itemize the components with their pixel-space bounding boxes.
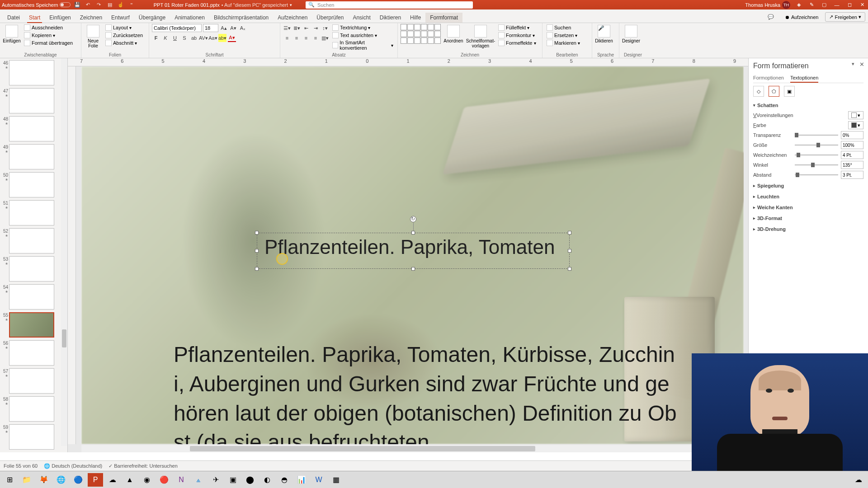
resize-handle[interactable] xyxy=(568,249,571,253)
body-text[interactable]: Pflanzenteilen. Paprika, Tomaten, Kürbis… xyxy=(174,340,680,444)
touch-icon[interactable]: ☝ xyxy=(117,1,125,9)
app5-icon[interactable]: ◐ xyxy=(259,473,275,487)
highlight-icon[interactable]: ab▾ xyxy=(218,34,226,42)
shadow-icon[interactable]: ab xyxy=(190,34,198,42)
newslide-button[interactable]: Neue Folie xyxy=(84,24,102,48)
tab-ansicht[interactable]: Ansicht xyxy=(348,13,375,23)
title-text[interactable]: Pflanzenteilen. Paprika, Tomaten xyxy=(257,233,569,261)
tab-formformat[interactable]: Formformat xyxy=(425,13,462,23)
slide-thumb-49[interactable]: 49★ xyxy=(1,144,66,169)
replace-button[interactable]: Ersetzen ▾ xyxy=(545,32,581,39)
obs-icon[interactable]: ⬤ xyxy=(242,473,258,487)
app-icon[interactable]: ☁ xyxy=(105,473,120,487)
shapes-gallery[interactable] xyxy=(401,24,441,44)
tab-uebergaenge[interactable]: Übergänge xyxy=(134,13,170,23)
shrinkfont-icon[interactable]: A▾ xyxy=(229,24,237,32)
qat-more-icon[interactable]: ⁼ xyxy=(127,1,136,9)
cut-button[interactable]: Ausschneiden xyxy=(23,24,74,31)
section-button[interactable]: Abschnitt ▾ xyxy=(104,39,144,47)
fontname-combo[interactable]: Calibri (Textkörper) xyxy=(152,24,202,32)
select-button[interactable]: Markieren ▾ xyxy=(545,39,581,47)
fontcolor-icon[interactable]: A▾ xyxy=(228,34,236,42)
section-3ddrehung[interactable]: ▸3D-Drehung xyxy=(753,225,863,233)
indent-icon[interactable]: ⇥ xyxy=(311,24,320,32)
slide-thumb-46[interactable]: 46★ xyxy=(1,60,66,85)
slide-counter[interactable]: Folie 55 von 60 xyxy=(4,463,38,469)
app2-icon[interactable]: ◉ xyxy=(139,473,155,487)
word-icon[interactable]: W xyxy=(311,473,326,487)
outline-button[interactable]: Formkontur ▾ xyxy=(497,32,538,39)
tab-animationen[interactable]: Animationen xyxy=(170,13,209,23)
formatpainter-button[interactable]: Format übertragen xyxy=(23,39,74,47)
paste-button[interactable]: Einfügen xyxy=(3,24,21,43)
pane-options-icon[interactable]: ▾ xyxy=(852,61,854,67)
slide-thumb-58[interactable]: 58★ xyxy=(1,396,66,422)
tab-formoptionen[interactable]: Formoptionen xyxy=(753,74,784,83)
tab-entwurf[interactable]: Entwurf xyxy=(107,13,134,23)
tab-zeichnen[interactable]: Zeichnen xyxy=(75,13,107,23)
arrange-button[interactable]: Anordnen xyxy=(443,24,464,43)
strike-icon[interactable]: S xyxy=(180,34,189,42)
slide-thumb-53[interactable]: 53★ xyxy=(1,256,66,282)
underline-icon[interactable]: U xyxy=(171,34,179,42)
resize-handle[interactable] xyxy=(255,249,259,253)
spacing-icon[interactable]: AV▾ xyxy=(199,34,208,42)
diamond-icon[interactable]: ◈ xyxy=(795,1,803,9)
powerpoint-icon[interactable]: P xyxy=(88,473,103,487)
distance-value[interactable]: 3 Pt. xyxy=(841,171,863,179)
find-button[interactable]: Suchen xyxy=(545,24,581,31)
resize-handle[interactable] xyxy=(255,267,259,271)
user-account[interactable]: Thomas Hruska TH xyxy=(745,1,790,9)
growfont-icon[interactable]: A▴ xyxy=(220,24,228,32)
textdirection-button[interactable]: Textrichtung ▾ xyxy=(331,24,395,31)
presets-dropdown[interactable]: ▾ xyxy=(848,111,863,119)
record-button[interactable]: ⏺ Aufzeichnen xyxy=(781,13,823,22)
transparency-slider[interactable] xyxy=(795,132,838,138)
tab-ueberpruefen[interactable]: Überprüfen xyxy=(312,13,348,23)
reset-button[interactable]: Zurücksetzen xyxy=(104,32,144,39)
pane-close-icon[interactable]: ✕ xyxy=(859,61,864,68)
textalign-button[interactable]: Text ausrichten ▾ xyxy=(331,32,395,39)
app4-icon[interactable]: ▣ xyxy=(225,473,241,487)
autosave-toggle[interactable]: Automatisches Speichern xyxy=(2,2,71,8)
accessibility-status[interactable]: ✓ Barrierefreiheit: Untersuchen xyxy=(108,463,178,469)
explorer-icon[interactable]: 📁 xyxy=(19,473,34,487)
shadow-color-dropdown[interactable]: ▾ xyxy=(848,121,863,129)
angle-slider[interactable] xyxy=(795,162,838,168)
onenote-icon[interactable]: N xyxy=(174,473,189,487)
layout-tab-icon[interactable]: ▣ xyxy=(784,86,795,97)
italic-icon[interactable]: K xyxy=(161,34,170,42)
slide-thumb-48[interactable]: 48★ xyxy=(1,116,66,141)
blur-value[interactable]: 4 Pt. xyxy=(841,151,863,159)
designer-button[interactable]: Designer xyxy=(622,24,640,43)
tab-einfuegen[interactable]: Einfügen xyxy=(45,13,75,23)
copy-button[interactable]: Kopieren ▾ xyxy=(23,32,74,39)
clearformat-icon[interactable]: Aₓ xyxy=(239,24,247,32)
effects-button[interactable]: Formeffekte ▾ xyxy=(497,39,538,47)
slide-thumb-51[interactable]: 51★ xyxy=(1,200,66,225)
linespacing-icon[interactable]: ↕▾ xyxy=(321,24,329,32)
pen-icon[interactable]: ✎ xyxy=(807,1,816,9)
columns-icon[interactable]: ▥▾ xyxy=(321,34,329,42)
app6-icon[interactable]: ◓ xyxy=(277,473,292,487)
quickstyles-button[interactable]: Schnellformat- vorlagen xyxy=(466,24,495,48)
size-value[interactable]: 100% xyxy=(841,141,863,149)
app3-icon[interactable]: 🔴 xyxy=(156,473,172,487)
numbers-icon[interactable]: ≣▾ xyxy=(292,24,301,32)
slide[interactable]: Pflanzenteilen. Paprika, Tomaten Pflanze… xyxy=(81,66,744,444)
thumb-scrollbar[interactable] xyxy=(61,58,67,446)
edge-icon[interactable]: 🔵 xyxy=(71,473,86,487)
firefox-icon[interactable]: 🦊 xyxy=(36,473,52,487)
aligncenter-icon[interactable]: ≡ xyxy=(292,34,301,42)
ribbon-options-icon[interactable]: ▢ xyxy=(820,1,828,9)
alignleft-icon[interactable]: ≡ xyxy=(283,34,291,42)
bullets-icon[interactable]: ☰▾ xyxy=(283,24,291,32)
slide-thumb-47[interactable]: 47★ xyxy=(1,88,66,113)
language-status[interactable]: 🌐 Deutsch (Deutschland) xyxy=(44,463,102,469)
resize-handle[interactable] xyxy=(255,231,259,235)
size-slider[interactable] xyxy=(795,142,838,148)
outdent-icon[interactable]: ⇤ xyxy=(302,24,310,32)
slide-thumb-52[interactable]: 52★ xyxy=(1,228,66,253)
chrome-icon[interactable]: 🌐 xyxy=(53,473,69,487)
section-3dformat[interactable]: ▸3D-Format xyxy=(753,214,863,222)
